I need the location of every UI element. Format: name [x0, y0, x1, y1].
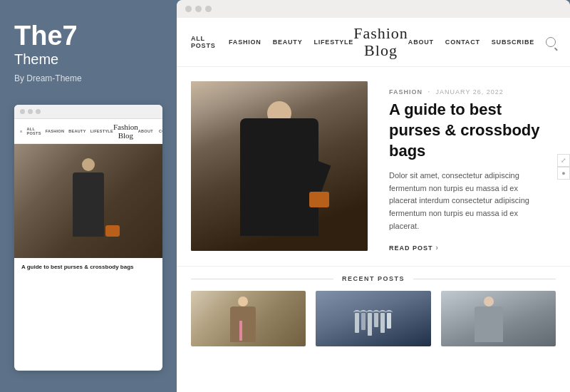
featured-post-excerpt: Dolor sit amet, consectetur adipiscing f…: [389, 170, 542, 232]
sidebar-byline: By Dream-Theme: [14, 73, 162, 83]
rp1-tie: [239, 321, 242, 341]
nav-all-posts[interactable]: ALL POSTS: [191, 35, 217, 49]
expand-icon[interactable]: ⤢: [557, 154, 570, 167]
rp2-bg: [316, 291, 430, 346]
mini-nav-item-1: ≡: [20, 129, 23, 133]
mini-nav-contact: CONTACT: [159, 129, 162, 133]
recent-post-image-3: [441, 291, 556, 346]
recent-post-image-1: [191, 291, 306, 346]
mini-dot-1: [20, 109, 25, 114]
mini-photo-bg: [14, 144, 162, 258]
recent-post-image-2: [316, 291, 430, 346]
recent-posts-line-left: [191, 279, 333, 279]
hanger-4: [374, 313, 378, 327]
rp3-body: [475, 306, 503, 342]
rp1-body: [230, 306, 256, 342]
sidebar-theme-name: The7: [14, 21, 162, 51]
rp1-bg: [191, 291, 306, 346]
mini-browser-bar: [14, 105, 162, 119]
browser-chrome: [177, 0, 570, 18]
mini-dot-3: [36, 109, 41, 114]
mini-nav-item-lifestyle: LIFESTYLE: [90, 129, 113, 133]
nav-beauty[interactable]: BEAUTY: [273, 38, 303, 46]
mini-feature-image: [14, 144, 162, 258]
sidebar-theme-subtitle: Theme: [14, 51, 162, 68]
rp1-person: [225, 296, 261, 346]
hanger-3: [368, 313, 372, 336]
sidebar: The7 Theme By Dream-Theme ≡ ALL POSTS FA…: [0, 0, 177, 392]
mini-nav-item-beauty: BEAUTY: [68, 129, 86, 133]
main-area: ALL POSTS FASHION BEAUTY LIFESTYLE Fashi…: [177, 0, 570, 392]
site-nav-left: ALL POSTS FASHION BEAUTY LIFESTYLE: [191, 35, 353, 49]
recent-post-card-2: [316, 291, 430, 346]
mini-dot-2: [28, 109, 33, 114]
nav-subscribe[interactable]: SUBSCRIBE: [492, 38, 534, 46]
browser-dot-2: [195, 6, 202, 12]
featured-image-bg: [191, 81, 368, 251]
hanger-1: [355, 313, 359, 333]
mini-site-logo: FashionBlog: [113, 123, 138, 140]
photo-person: [233, 94, 326, 251]
mini-site-nav: ≡ ALL POSTS FASHION BEAUTY LIFESTYLE Fas…: [14, 119, 162, 144]
featured-post: ⤢ ● FASHION · JANUARY 26, 2022 A guide t…: [177, 67, 570, 267]
photo-bag: [309, 192, 329, 207]
photo-body: [240, 118, 318, 236]
nav-about[interactable]: ABOUT: [408, 38, 434, 46]
post-category-label: FASHION: [389, 88, 423, 96]
post-date: JANUARY 26, 2022: [436, 88, 504, 96]
rp3-person: [470, 296, 509, 346]
read-more-button[interactable]: READ POST ›: [389, 244, 542, 252]
mini-nav-left: ≡ ALL POSTS FASHION BEAUTY LIFESTYLE: [20, 127, 113, 135]
mini-nav-item-all: ALL POSTS: [27, 127, 41, 135]
hanger-5: [380, 313, 385, 333]
recent-posts-line-right: [413, 279, 556, 279]
recent-post-card-3: [441, 291, 556, 346]
browser-dot-3: [205, 6, 212, 12]
hanger-6: [387, 313, 391, 329]
nav-lifestyle[interactable]: LIFESTYLE: [314, 38, 353, 46]
browser-dot-1: [185, 6, 192, 12]
recent-posts-grid: [191, 291, 556, 346]
mini-person-body: [73, 172, 104, 237]
read-more-label: READ POST: [389, 244, 433, 252]
site-logo: FashionBlog: [353, 25, 408, 59]
nav-contact[interactable]: CONTACT: [445, 38, 480, 46]
recent-posts-header: RECENT POSTS: [191, 275, 556, 282]
site-content: ⤢ ● FASHION · JANUARY 26, 2022 A guide t…: [177, 67, 570, 392]
side-icons: ⤢ ●: [557, 154, 570, 180]
mini-person-silhouette: [67, 158, 110, 258]
mini-bag: [105, 225, 120, 237]
featured-image: [191, 81, 368, 251]
read-more-arrow-icon: ›: [436, 244, 439, 252]
featured-post-text: FASHION · JANUARY 26, 2022 A guide to be…: [368, 81, 556, 252]
mini-browser-preview: ≡ ALL POSTS FASHION BEAUTY LIFESTYLE Fas…: [14, 105, 162, 371]
post-category-date: FASHION · JANUARY 26, 2022: [389, 88, 542, 96]
mini-nav-about: ABOUT: [138, 129, 153, 133]
rp3-head: [484, 296, 494, 306]
mini-nav-item-fashion: FASHION: [46, 129, 65, 133]
mini-nav-right: ABOUT CONTACT: [138, 128, 162, 134]
mini-article-title: A guide to best purses & crossbody bags: [14, 258, 162, 276]
recent-post-card-1: [191, 291, 306, 346]
website-content: ALL POSTS FASHION BEAUTY LIFESTYLE Fashi…: [177, 18, 570, 392]
search-icon[interactable]: [546, 37, 556, 47]
recent-posts-section: RECENT POSTS: [177, 267, 570, 346]
recent-posts-label: RECENT POSTS: [333, 275, 413, 282]
nav-fashion[interactable]: FASHION: [229, 38, 261, 46]
rp3-bg: [441, 291, 556, 346]
hanger-2: [361, 313, 366, 330]
share-icon[interactable]: ●: [557, 167, 570, 180]
site-header: ALL POSTS FASHION BEAUTY LIFESTYLE Fashi…: [177, 18, 570, 67]
site-nav-right: ABOUT CONTACT SUBSCRIBE: [408, 37, 556, 47]
rp1-head: [238, 296, 248, 306]
clothes-rack: [355, 313, 391, 336]
mini-person-head: [82, 158, 95, 171]
featured-post-title: A guide to best purses & crossbody bags: [389, 100, 542, 161]
